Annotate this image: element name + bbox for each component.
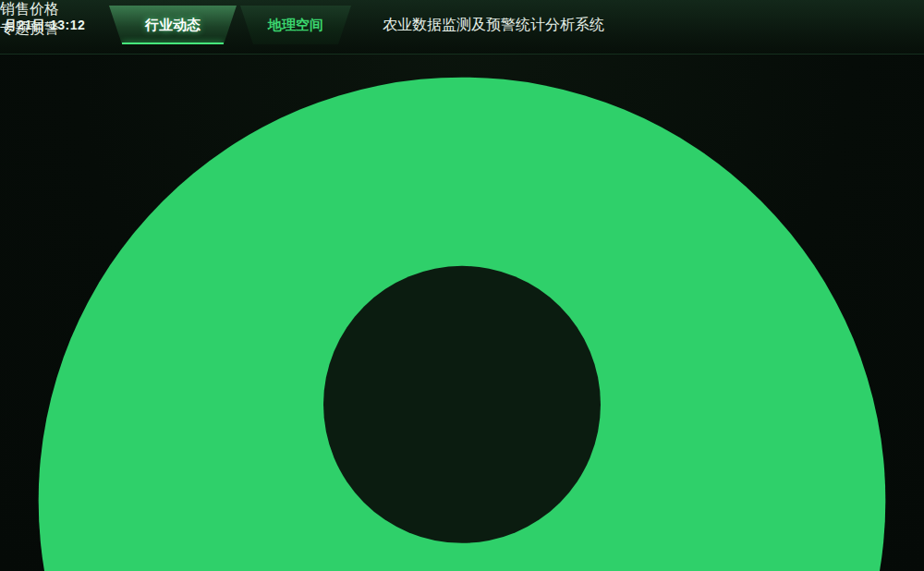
tab-label: 地理空间 (268, 17, 323, 32)
tab-geo-space[interactable]: 地理空间 (240, 6, 351, 44)
header: 月21日 13:12 行业动态 地理空间 农业数据监测及预警统计分析系统 销售价… (0, 0, 924, 55)
tab-active-edge (122, 43, 224, 44)
tab-label: 行业动态 (145, 17, 201, 32)
tab-industry-news[interactable]: 行业动态 (109, 6, 237, 44)
app-title-badge: 农业数据监测及预警统计分析系统 (331, 2, 656, 50)
user-icon[interactable] (0, 39, 924, 571)
page-title: 农业数据监测及预警统计分析系统 (383, 17, 604, 32)
datetime: 月21日 13:12 (4, 18, 85, 34)
dashboard: 月21日 13:12 行业动态 地理空间 农业数据监测及预警统计分析系统 销售价… (0, 0, 924, 571)
